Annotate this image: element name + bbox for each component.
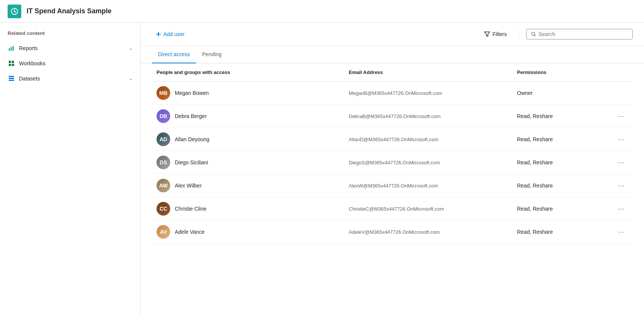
more-options-button[interactable]: ··· (615, 111, 628, 122)
user-cell-2: AD Allan Deyoung (152, 128, 344, 151)
avatar: DS (157, 156, 170, 169)
user-permission: Owner (517, 90, 533, 96)
filters-button[interactable]: Filters (480, 29, 511, 39)
permission-cell-3: Read, Reshare (513, 151, 609, 174)
svg-marker-14 (484, 32, 490, 36)
sidebar-item-workbooks[interactable]: Workbooks (0, 56, 140, 71)
search-input[interactable] (538, 31, 628, 37)
content-area: Add user Filters (141, 23, 644, 315)
tab-direct-access[interactable]: Direct access (152, 46, 196, 63)
user-name: Megan Bowen (175, 90, 209, 96)
user-cell-3: DS Diego Siciliani (152, 151, 344, 174)
actions-cell-6: ··· (609, 220, 633, 244)
user-email: AllanD@M365x447726.OnMicrosoft.com (349, 137, 438, 142)
avatar: DB (157, 109, 170, 123)
email-cell-4: AlexW@M365x447726.OnMicrosoft.com (344, 174, 513, 197)
workbooks-label: Workbooks (19, 60, 133, 66)
actions-cell-4: ··· (609, 174, 633, 197)
more-options-button[interactable]: ··· (615, 203, 628, 214)
sidebar-item-datasets[interactable]: Datasets ⌄ (0, 71, 140, 86)
add-user-label: Add user (163, 31, 185, 37)
access-table: People and groups with access Email Addr… (152, 63, 633, 244)
grid-icon (8, 60, 15, 67)
user-permission: Read, Reshare (517, 159, 553, 165)
user-email: DebraB@M365x447726.OnMicrosoft.com (349, 113, 441, 119)
table-row: MB Megan Bowen MeganB@M365x447726.OnMicr… (152, 82, 633, 105)
actions-cell-0 (609, 82, 633, 105)
user-permission: Read, Reshare (517, 206, 553, 212)
user-permission: Read, Reshare (517, 136, 553, 142)
svg-line-16 (535, 35, 536, 36)
svg-rect-4 (13, 46, 14, 51)
user-cell-1: DB Debra Berger (152, 105, 344, 128)
avatar: CC (157, 202, 170, 216)
table-row: AD Allan Deyoung AllanD@M365x447726.OnMi… (152, 128, 633, 151)
tab-pending[interactable]: Pending (196, 46, 228, 63)
table-row: DS Diego Siciliani DiegoS@M365x447726.On… (152, 151, 633, 174)
table-row: AV Adele Vance AdeleV@M365x447726.OnMicr… (152, 220, 633, 244)
table-row: DB Debra Berger DebraB@M365x447726.OnMic… (152, 105, 633, 128)
more-options-button[interactable]: ··· (615, 134, 628, 145)
user-email: DiegoS@M365x447726.OnMicrosoft.com (349, 160, 440, 165)
svg-rect-10 (9, 78, 14, 79)
page-title: IT Spend Analysis Sample (27, 7, 111, 15)
tabs-container: Direct access Pending (141, 46, 644, 63)
sidebar-section-label: Related content (0, 30, 140, 41)
more-options-button[interactable]: ··· (615, 227, 628, 238)
svg-rect-9 (9, 76, 14, 77)
actions-cell-3: ··· (609, 151, 633, 174)
filters-label: Filters (492, 31, 507, 37)
datasets-label: Datasets (19, 76, 129, 82)
permission-cell-4: Read, Reshare (513, 174, 609, 197)
svg-rect-8 (12, 64, 14, 66)
actions-cell-5: ··· (609, 197, 633, 220)
user-cell-5: CC Christie Cline (152, 197, 344, 220)
permission-cell-0: Owner (513, 82, 609, 105)
search-area[interactable] (526, 29, 633, 39)
svg-point-1 (14, 11, 15, 12)
email-cell-6: AdeleV@M365x447726.OnMicrosoft.com (344, 220, 513, 244)
user-permission: Read, Reshare (517, 183, 553, 189)
permission-cell-2: Read, Reshare (513, 128, 609, 151)
svg-rect-2 (9, 48, 10, 51)
more-options-button[interactable]: ··· (615, 180, 628, 191)
user-name: Adele Vance (175, 229, 204, 235)
user-email: ChristieC@M365x447726.OnMicrosoft.com (349, 206, 444, 212)
user-email: MeganB@M365x447726.OnMicrosoft.com (349, 90, 442, 96)
svg-rect-7 (9, 64, 11, 66)
more-options-button[interactable]: ··· (615, 157, 628, 168)
bar-chart-icon (8, 44, 15, 52)
actions-cell-2: ··· (609, 128, 633, 151)
user-name: Christie Cline (175, 206, 206, 212)
user-permission: Read, Reshare (517, 113, 553, 119)
svg-rect-6 (12, 61, 14, 63)
table-icon (8, 75, 15, 82)
datasets-chevron-icon: ⌄ (129, 76, 133, 81)
avatar: AW (157, 179, 170, 192)
svg-rect-11 (9, 80, 14, 81)
sidebar: Related content Reports ⌄ (0, 23, 141, 315)
user-name: Debra Berger (175, 113, 207, 119)
email-cell-2: AllanD@M365x447726.OnMicrosoft.com (344, 128, 513, 151)
user-name: Diego Siciliani (175, 159, 208, 165)
user-permission: Read, Reshare (517, 229, 553, 235)
toolbar: Add user Filters (141, 23, 644, 46)
email-cell-3: DiegoS@M365x447726.OnMicrosoft.com (344, 151, 513, 174)
avatar: AD (157, 132, 170, 146)
table-row: AW Alex Wilber AlexW@M365x447726.OnMicro… (152, 174, 633, 197)
reports-label: Reports (19, 45, 129, 51)
email-cell-0: MeganB@M365x447726.OnMicrosoft.com (344, 82, 513, 105)
reports-chevron-icon: ⌄ (129, 46, 133, 51)
col-header-people: People and groups with access (152, 63, 344, 82)
app-icon (8, 5, 21, 18)
permission-cell-6: Read, Reshare (513, 220, 609, 244)
table-container: People and groups with access Email Addr… (141, 63, 644, 315)
user-name: Allan Deyoung (175, 136, 209, 142)
permission-cell-1: Read, Reshare (513, 105, 609, 128)
user-name: Alex Wilber (175, 183, 202, 189)
sidebar-item-reports[interactable]: Reports ⌄ (0, 41, 140, 56)
add-user-button[interactable]: Add user (152, 29, 188, 39)
user-cell-6: AV Adele Vance (152, 220, 344, 244)
avatar: AV (157, 225, 170, 239)
email-cell-5: ChristieC@M365x447726.OnMicrosoft.com (344, 197, 513, 220)
